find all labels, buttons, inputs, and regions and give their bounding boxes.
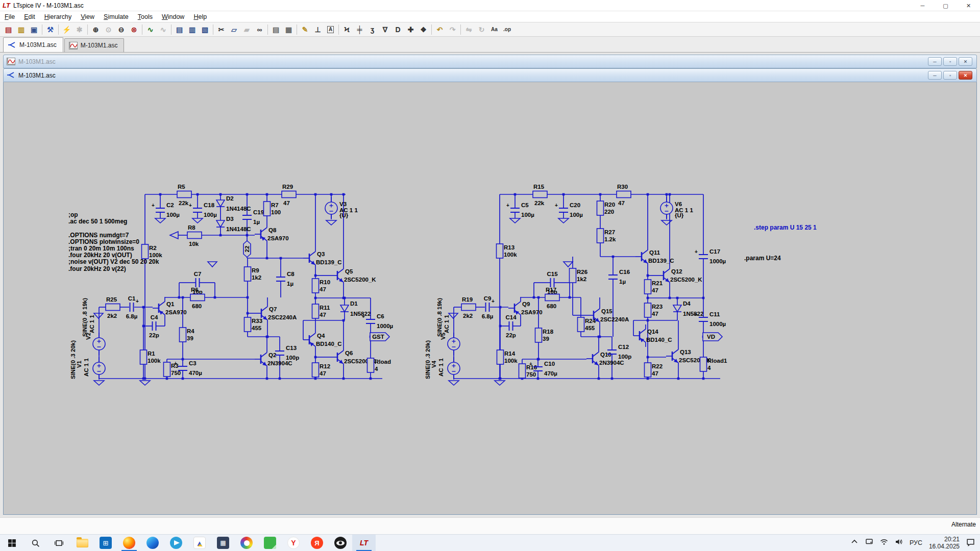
taskbar-yandex[interactable]: Я xyxy=(305,535,329,551)
wifi-icon[interactable] xyxy=(880,538,888,548)
component-R12[interactable]: R1247 xyxy=(312,363,331,377)
toolbar-undo[interactable]: ↶ xyxy=(433,23,446,36)
component-V6[interactable]: V6AC 1 1{U} xyxy=(660,197,693,219)
component-gnd[interactable] xyxy=(558,218,569,223)
menu-tools[interactable]: Tools xyxy=(133,12,157,21)
toolbar-drag[interactable]: ❖ xyxy=(417,23,430,36)
component-R1[interactable]: R1100k xyxy=(140,350,161,364)
taskbar-telegram[interactable] xyxy=(164,535,188,551)
child-restore-button[interactable]: ▫ xyxy=(943,57,957,66)
close-button[interactable]: ✕ xyxy=(957,0,980,11)
component-R10[interactable]: R1047 xyxy=(312,279,331,293)
component-D3[interactable]: D31N4148C xyxy=(216,216,251,232)
component-V4[interactable]: V4 xyxy=(431,360,437,368)
component-gnd[interactable] xyxy=(326,220,336,225)
component-Q8[interactable]: Q82SA970 xyxy=(255,223,289,245)
component-gnd[interactable] xyxy=(155,218,165,223)
component-R8[interactable]: R810k xyxy=(187,224,202,247)
component-R2[interactable]: R2100k xyxy=(142,244,163,259)
component-ard[interactable] xyxy=(208,262,217,267)
component-D4[interactable]: D41N5822 xyxy=(673,300,703,317)
toolbar-rotate[interactable]: ↻ xyxy=(475,23,488,36)
component-Rload[interactable]: Rload4 xyxy=(368,358,391,372)
component-R19[interactable]: R192k2 xyxy=(461,296,476,319)
taskbar-calculator[interactable]: ▦ xyxy=(211,535,235,551)
menu-file[interactable]: File xyxy=(0,12,19,21)
component-R9[interactable]: R91k2 xyxy=(244,267,262,281)
component-ard[interactable] xyxy=(94,313,103,318)
mdi-window-active-titlebar[interactable]: M-103M1.asc ─ ▫ ✕ xyxy=(3,68,977,82)
toolbar-inductor[interactable]: ʒ xyxy=(366,23,379,36)
taskbar-file-explorer[interactable] xyxy=(70,535,94,551)
toolbar-run[interactable]: ⚡ xyxy=(60,23,73,36)
component-AC 1 1[interactable]: AC 1 1 xyxy=(444,315,450,333)
component-gnd[interactable] xyxy=(192,218,203,223)
schematic-canvas[interactable]: R522kR2947C2100µ+C18100µ+D21N4148CD31N41… xyxy=(4,82,977,515)
component-R29[interactable]: R2947 xyxy=(282,184,296,206)
component-SINE(0 .8 19k)[interactable]: SINE(0 .8 19k) xyxy=(436,298,443,337)
toolbar-new-schematic[interactable]: ▤ xyxy=(2,23,15,36)
taskbar-yandex-browser[interactable]: Y xyxy=(282,535,305,551)
component-V2[interactable]: V2 xyxy=(85,333,91,340)
component-Q14[interactable]: Q14BD140_C xyxy=(633,324,672,347)
component-SINE(0 .3 20k)[interactable]: SINE(0 .3 20k) xyxy=(70,340,76,379)
component-C13[interactable]: C13100p xyxy=(275,345,299,361)
component-C8[interactable]: C81µ xyxy=(276,271,295,287)
component-C5[interactable]: C5100µ+ xyxy=(506,202,534,218)
taskbar-ltspice[interactable]: LT xyxy=(352,535,376,551)
component-R27[interactable]: R271.2k xyxy=(597,229,616,243)
component-R25[interactable]: R252k2 xyxy=(106,296,120,319)
component-C17[interactable]: C171000µ+ xyxy=(695,248,726,264)
toolbar-label-net[interactable]: A xyxy=(324,23,337,36)
component-V5[interactable]: V5 xyxy=(440,332,446,340)
minimize-button[interactable]: ─ xyxy=(911,0,934,11)
component-gnd[interactable] xyxy=(140,381,150,385)
toolbar-halt[interactable]: ✱ xyxy=(73,23,86,36)
component-R14[interactable]: R14100k xyxy=(497,350,518,364)
toolbar-open-file[interactable]: ▥ xyxy=(15,23,28,36)
toolbar-spice-directive[interactable]: .op xyxy=(501,23,513,36)
component-AC 1 1[interactable]: AC 1 1 xyxy=(89,315,95,333)
toolbar-diode[interactable]: ∇ xyxy=(379,23,391,36)
component-gnd[interactable] xyxy=(662,220,672,225)
component-gnd[interactable] xyxy=(94,381,104,385)
component-R15[interactable]: R1522k xyxy=(533,184,547,206)
taskbar-microsoft-store[interactable]: ⊞ xyxy=(94,535,117,551)
component-C20[interactable]: C20100µ+ xyxy=(555,202,583,218)
component-src[interactable] xyxy=(93,357,105,380)
component-R18[interactable]: R1839 xyxy=(535,328,554,342)
component-gnd[interactable] xyxy=(495,381,505,385)
component-R20[interactable]: R20220 xyxy=(597,201,616,215)
menu-hierarchy[interactable]: Hierarchy xyxy=(40,12,77,21)
toolbar-tile-vertically[interactable]: ▥ xyxy=(186,23,199,36)
component-VD[interactable]: VD xyxy=(703,333,722,341)
component-C18[interactable]: C18100µ+ xyxy=(189,202,217,218)
component-AC 1 1[interactable]: AC 1 1 xyxy=(438,358,444,377)
menu-view[interactable]: View xyxy=(76,12,99,21)
component-V1[interactable]: V1 xyxy=(76,360,82,368)
toolbar-cascade-windows[interactable]: ▧ xyxy=(199,23,211,36)
component-SINE(0 .3 20k)[interactable]: SINE(0 .3 20k) xyxy=(425,340,431,379)
component-D2[interactable]: D21N4148C xyxy=(216,195,251,212)
toolbar-control-panel[interactable]: ⚒ xyxy=(44,23,57,36)
child-restore-button[interactable]: ▫ xyxy=(943,71,957,80)
component-R3[interactable]: R3750 xyxy=(164,362,181,377)
toolbar-component[interactable]: D xyxy=(391,23,404,36)
toolbar-print-preview[interactable]: ▤ xyxy=(270,23,282,36)
menu-window[interactable]: Window xyxy=(157,12,189,21)
component-R23[interactable]: R2347 xyxy=(645,303,663,317)
toolbar-paste[interactable]: ▰ xyxy=(240,23,253,36)
component-C16[interactable]: C161µ xyxy=(608,269,630,285)
component-R30[interactable]: R3047 xyxy=(617,184,631,206)
component-R22[interactable]: R2247 xyxy=(645,363,663,377)
taskbar-edge[interactable] xyxy=(141,535,164,551)
toolbar-wire[interactable]: ✎ xyxy=(299,23,311,36)
component-GST[interactable]: GST xyxy=(370,333,389,341)
component-AC 1 1[interactable]: AC 1 1 xyxy=(83,358,89,377)
toolbar-copy[interactable]: ▱ xyxy=(228,23,240,36)
child-minimize-button[interactable]: ─ xyxy=(928,57,942,66)
toolbar-zoom-full-extents[interactable]: ⊗ xyxy=(128,23,140,36)
hidden-icons-chevron-icon[interactable] xyxy=(850,538,859,548)
menu-edit[interactable]: Edit xyxy=(19,12,40,21)
taskbar-task-view[interactable] xyxy=(47,535,70,551)
